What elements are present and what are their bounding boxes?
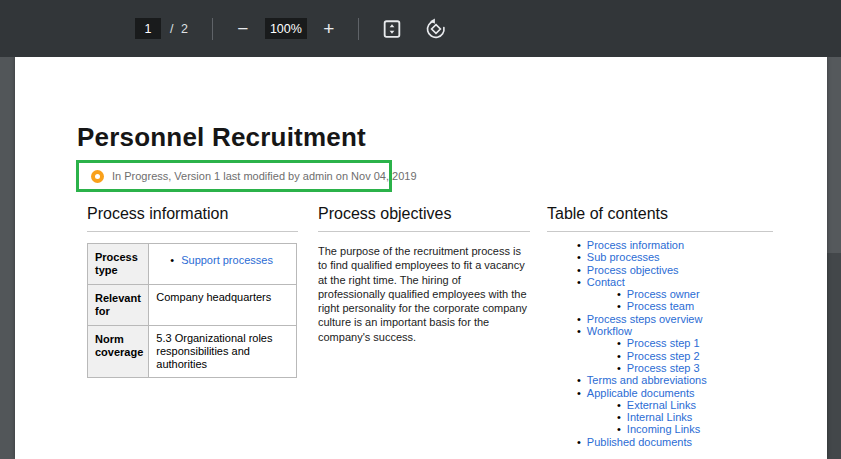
- table-row: Relevant for Company headquarters: [88, 285, 297, 326]
- bullet-icon: •: [170, 254, 174, 267]
- toc-item: •Internal Links: [547, 411, 773, 423]
- bullet-icon: •: [577, 436, 581, 448]
- toc-item: •Process information: [547, 239, 773, 251]
- page-count-label: / 2: [170, 22, 190, 36]
- toc-item: •Process steps overview: [547, 313, 773, 325]
- rotate-counterclockwise-icon: [425, 18, 447, 40]
- table-of-contents-heading: Table of contents: [547, 205, 773, 223]
- fit-to-page-icon: [381, 18, 403, 40]
- rotate-button[interactable]: [423, 16, 449, 42]
- section-process-objectives: Process objectives The purpose of the re…: [318, 205, 530, 344]
- toc-item: •Process step 1: [547, 337, 773, 349]
- pdf-toolbar: / 2 − 100% +: [0, 0, 841, 57]
- toc-item: •Process owner: [547, 288, 773, 300]
- process-objectives-text: The purpose of the recruitment process i…: [318, 244, 530, 344]
- toc-item: •Terms and abbreviations: [547, 374, 773, 386]
- zoom-level-value: 100%: [265, 18, 307, 39]
- toc-link-terms-and-abbreviations[interactable]: Terms and abbreviations: [587, 374, 707, 386]
- bullet-icon: •: [577, 251, 581, 263]
- toc-link-incoming-links[interactable]: Incoming Links: [627, 423, 700, 435]
- toc-link-contact[interactable]: Contact: [587, 276, 625, 288]
- toc-link-process-step-2[interactable]: Process step 2: [627, 350, 700, 362]
- vertical-scrollbar[interactable]: [827, 57, 841, 459]
- bullet-icon: •: [577, 325, 581, 337]
- process-information-heading: Process information: [87, 205, 298, 223]
- toc-link-process-team[interactable]: Process team: [627, 300, 694, 312]
- heading-rule: [547, 231, 773, 232]
- pdf-page: Personnel Recruitment In Progress, Versi…: [15, 57, 827, 459]
- toc-link-process-information[interactable]: Process information: [587, 239, 684, 251]
- toc-link-process-steps-overview[interactable]: Process steps overview: [587, 313, 703, 325]
- bullet-icon: •: [617, 300, 621, 312]
- row-value: Company headquarters: [149, 285, 297, 326]
- scrollbar-thumb[interactable]: [827, 57, 841, 253]
- row-value: • Support processes: [149, 244, 297, 285]
- toc-link-applicable-documents[interactable]: Applicable documents: [587, 387, 695, 399]
- process-information-table: Process type • Support processes Relevan…: [87, 243, 297, 378]
- bullet-icon: •: [577, 264, 581, 276]
- status-badge: In Progress, Version 1 last modified by …: [76, 160, 392, 192]
- toolbar-controls: / 2 − 100% +: [135, 0, 449, 57]
- bullet-icon: •: [577, 313, 581, 325]
- zoom-out-button[interactable]: −: [230, 16, 256, 42]
- status-text: In Progress, Version 1 last modified by …: [112, 170, 417, 182]
- in-progress-dot-icon: [91, 170, 104, 183]
- bullet-icon: •: [617, 337, 621, 349]
- row-label: Process type: [88, 244, 149, 285]
- toc-item: •Incoming Links: [547, 423, 773, 435]
- page-number-input[interactable]: [135, 18, 161, 39]
- row-label: Relevant for: [88, 285, 149, 326]
- toc-link-sub-processes[interactable]: Sub processes: [587, 251, 660, 263]
- toc-item: •Process step 2: [547, 350, 773, 362]
- toc-link-external-links[interactable]: External Links: [627, 399, 696, 411]
- toolbar-divider: [212, 18, 213, 40]
- pdf-viewer: { "toolbar": { "page_current": "1", "pag…: [0, 0, 841, 459]
- support-processes-link[interactable]: Support processes: [181, 254, 273, 267]
- section-table-of-contents: Table of contents •Process information •…: [547, 205, 773, 448]
- row-label: Norm coverage: [88, 326, 149, 378]
- zoom-in-button[interactable]: +: [316, 16, 342, 42]
- toc-item: •Workflow: [547, 325, 773, 337]
- bullet-icon: •: [577, 374, 581, 386]
- toc-item: •External Links: [547, 399, 773, 411]
- toc-item: •Sub processes: [547, 251, 773, 263]
- toc-item: •Process step 3: [547, 362, 773, 374]
- bullet-icon: •: [617, 288, 621, 300]
- toc-link-process-objectives[interactable]: Process objectives: [587, 264, 679, 276]
- toc-link-workflow[interactable]: Workflow: [587, 325, 632, 337]
- document-title: Personnel Recruitment: [77, 122, 366, 153]
- bullet-icon: •: [617, 350, 621, 362]
- toc-item: •Process team: [547, 300, 773, 312]
- heading-rule: [87, 231, 298, 232]
- toc-link-process-step-3[interactable]: Process step 3: [627, 362, 700, 374]
- toc-list: •Process information •Sub processes •Pro…: [547, 239, 773, 448]
- bullet-icon: •: [617, 411, 621, 423]
- table-row: Norm coverage 5.3 Organizational roles r…: [88, 326, 297, 378]
- bullet-icon: •: [617, 423, 621, 435]
- toc-item: •Applicable documents: [547, 387, 773, 399]
- toc-item: •Contact: [547, 276, 773, 288]
- toc-link-process-step-1[interactable]: Process step 1: [627, 337, 700, 349]
- toc-link-published-documents[interactable]: Published documents: [587, 436, 692, 448]
- bullet-icon: •: [617, 399, 621, 411]
- toc-link-internal-links[interactable]: Internal Links: [627, 411, 692, 423]
- process-objectives-heading: Process objectives: [318, 205, 530, 223]
- bullet-icon: •: [577, 387, 581, 399]
- toolbar-divider: [358, 18, 359, 40]
- bullet-icon: •: [577, 239, 581, 251]
- toc-link-process-owner[interactable]: Process owner: [627, 288, 700, 300]
- table-row: Process type • Support processes: [88, 244, 297, 285]
- toc-item: •Process objectives: [547, 264, 773, 276]
- section-process-information: Process information Process type • Suppo…: [87, 205, 298, 378]
- row-value: 5.3 Organizational roles responsibilitie…: [149, 326, 297, 378]
- toc-item: •Published documents: [547, 436, 773, 448]
- heading-rule: [318, 231, 530, 232]
- bullet-icon: •: [577, 276, 581, 288]
- bullet-icon: •: [617, 362, 621, 374]
- fit-to-page-button[interactable]: [379, 16, 405, 42]
